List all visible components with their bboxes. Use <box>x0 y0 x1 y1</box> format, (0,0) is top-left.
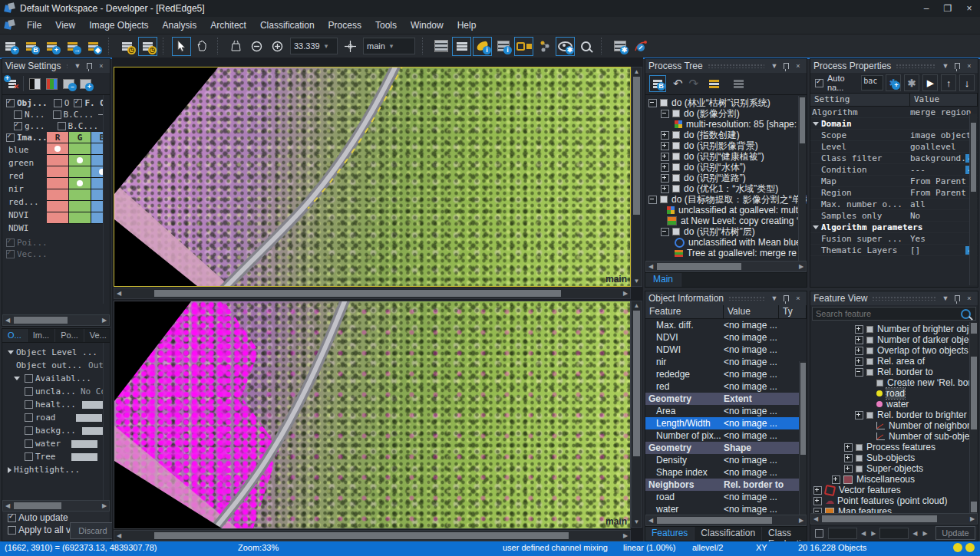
feature-item[interactable]: Process features <box>810 442 978 452</box>
collapse-icon[interactable] <box>813 508 822 514</box>
pin-icon[interactable] <box>955 63 960 69</box>
auto-update-checkbox[interactable] <box>8 514 16 522</box>
show-samples-icon[interactable] <box>514 37 533 56</box>
checkbox-image[interactable] <box>6 133 15 142</box>
save-ruleset-icon[interactable]: B <box>649 75 666 92</box>
zoom-in-icon[interactable] <box>268 37 287 56</box>
panel-close-icon[interactable]: × <box>964 62 975 70</box>
collapse-icon[interactable] <box>648 196 657 204</box>
add-map-icon[interactable]: + <box>42 37 61 56</box>
property-row[interactable]: Scopeimage object ... <box>810 130 978 141</box>
feature-item-water[interactable]: water <box>810 399 978 410</box>
move-up-icon[interactable]: ↑ <box>941 74 956 91</box>
feature-row[interactable]: Max. diff.<no image ... <box>645 319 807 331</box>
feature-item[interactable]: Vector features <box>810 485 978 495</box>
horizontal-scrollbar[interactable]: ◀▶ <box>2 314 110 326</box>
rgb-view-icon[interactable] <box>43 75 60 92</box>
feature-group-row[interactable]: GeometryShape <box>645 442 807 454</box>
checkbox-points[interactable] <box>6 239 15 247</box>
scrollbar-thumb[interactable] <box>14 317 68 324</box>
vertical-scrollbar-bottom[interactable]: ▲▼ <box>631 301 642 528</box>
pin-icon[interactable] <box>87 63 92 69</box>
panel-menu-icon[interactable]: ▼ <box>940 62 951 70</box>
horizontal-scrollbar-top[interactable]: ◀▶ <box>114 288 631 299</box>
mix-row-ndvi[interactable] <box>47 201 110 212</box>
expand-icon[interactable] <box>813 486 822 495</box>
feature-row[interactable]: road<no image ... <box>645 491 807 503</box>
property-row[interactable]: MapFrom Parent <box>810 176 978 187</box>
edit-mixing-icon[interactable]: +✕ <box>4 75 21 92</box>
feature-group-row[interactable]: NeighborsRel. border to <box>645 479 807 491</box>
menu-file[interactable]: File <box>20 17 48 34</box>
tree-row[interactable]: water <box>5 437 110 450</box>
redo-icon[interactable]: ↷ <box>689 77 699 90</box>
expand-icon[interactable] <box>855 347 863 355</box>
scrollbar-thumb[interactable] <box>657 517 772 524</box>
xy-status[interactable]: XY <box>756 543 767 552</box>
tree-row-none[interactable]: N... B.C... <box>4 109 110 120</box>
horizontal-scrollbar[interactable]: ◀▶ <box>2 500 110 512</box>
vertical-scrollbar[interactable] <box>103 95 110 304</box>
edit-algorithm-icon[interactable]: ✱ <box>904 74 919 91</box>
menu-analysis[interactable]: Analysis <box>156 17 204 34</box>
panel-close-icon[interactable]: × <box>793 294 803 302</box>
checkbox[interactable] <box>25 413 33 422</box>
gray-view-icon[interactable] <box>26 75 43 92</box>
delete-process-icon[interactable] <box>730 75 747 92</box>
pan-hand-icon[interactable] <box>193 37 212 56</box>
apply-all-checkbox[interactable] <box>8 526 16 535</box>
property-group-row[interactable]: Domain <box>810 118 978 130</box>
feature-item[interactable]: Number of neighbors <box>810 420 978 431</box>
range-max-input[interactable] <box>879 528 909 539</box>
menu-image-objects[interactable]: Image Objects <box>82 17 155 34</box>
process-name-field[interactable]: bac <box>861 75 883 90</box>
expand-icon[interactable] <box>661 153 669 161</box>
checkbox-objects[interactable] <box>6 99 15 107</box>
tab-main[interactable]: Main <box>645 273 681 287</box>
collapse-icon[interactable] <box>648 99 657 107</box>
tree-row[interactable]: healt... <box>5 398 110 411</box>
feature-item[interactable]: ☁Point features (point cloud) <box>810 495 978 506</box>
expand-icon[interactable] <box>832 475 840 484</box>
mix-row-rededge[interactable] <box>47 189 110 201</box>
level-status[interactable]: allevel/2 <box>692 543 723 552</box>
menu-architect[interactable]: Architect <box>203 17 253 34</box>
open-project-icon[interactable]: ◆ <box>84 37 103 56</box>
menu-window[interactable]: Window <box>404 17 450 34</box>
menu-process[interactable]: Process <box>322 17 368 34</box>
radio-dot[interactable] <box>77 180 83 186</box>
manage-features-icon[interactable]: ✱ <box>610 37 629 56</box>
discard-button[interactable]: Discard <box>70 522 116 539</box>
vertical-scrollbar-top[interactable]: ▲▼ <box>631 67 642 287</box>
collapse-icon[interactable] <box>661 228 669 236</box>
image-viewer-top[interactable]: main <box>114 67 631 287</box>
process-row[interactable]: unclassified with Mean blue <box>648 237 807 248</box>
panel-close-icon[interactable]: × <box>96 62 107 70</box>
execute-icon[interactable]: ▶ <box>922 74 938 91</box>
process-row[interactable]: unclassified at goallevel: multi- <box>648 205 807 215</box>
checkbox[interactable] <box>25 452 33 461</box>
property-row[interactable]: Fusion super ...Yes <box>810 233 978 245</box>
checkbox[interactable] <box>25 387 33 396</box>
scrollbar-thumb[interactable] <box>154 532 569 539</box>
pin-icon[interactable] <box>955 295 960 301</box>
property-row[interactable]: Thematic Layers[].. <box>810 245 978 256</box>
zoom-area-icon[interactable] <box>226 37 246 56</box>
vertical-scrollbar[interactable] <box>969 114 977 285</box>
panel-menu-icon[interactable]: ▼ <box>940 294 951 302</box>
menu-tools[interactable]: Tools <box>368 17 404 34</box>
feature-row[interactable]: red<no image ... <box>645 380 807 393</box>
vertical-scrollbar[interactable] <box>798 96 806 261</box>
decrease-icon[interactable]: ◀ <box>911 530 919 537</box>
expand-icon[interactable] <box>661 163 669 172</box>
edit-thematic-icon[interactable] <box>631 37 650 56</box>
checkbox-vectors[interactable] <box>6 250 15 258</box>
tree-row[interactable]: Tree <box>5 450 110 463</box>
undo-icon[interactable]: ↶ <box>673 77 683 90</box>
sample-brush-icon[interactable] <box>535 37 554 56</box>
feature-item[interactable]: Map features <box>810 506 978 513</box>
minimize-button[interactable]: – <box>916 1 937 16</box>
zoom-level-combo[interactable]: 33.339▾ <box>290 38 338 54</box>
property-row[interactable]: Samples onlyNo <box>810 210 978 222</box>
horizontal-scrollbar-bottom[interactable]: ◀▶ <box>114 530 631 541</box>
